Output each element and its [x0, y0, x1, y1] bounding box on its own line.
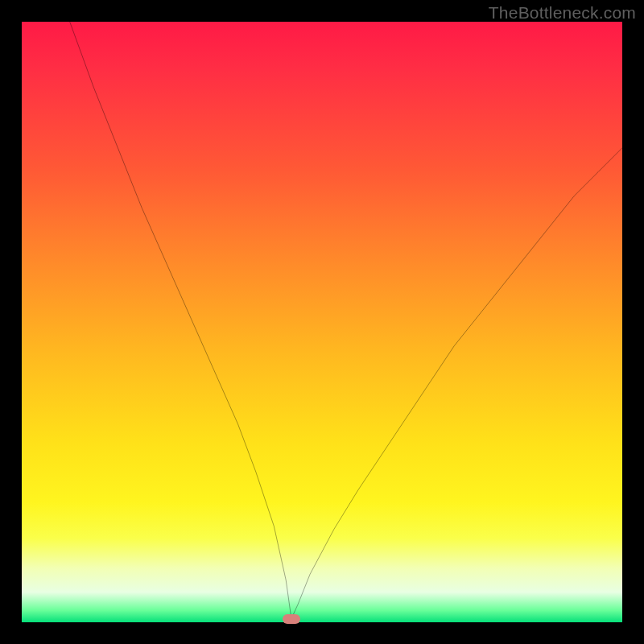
watermark-text: TheBottleneck.com: [489, 3, 636, 23]
curve-path: [70, 22, 622, 619]
plot-area: [22, 22, 622, 622]
bottleneck-curve: [22, 22, 622, 622]
chart-frame: TheBottleneck.com: [0, 0, 644, 644]
optimum-marker: [283, 614, 300, 624]
